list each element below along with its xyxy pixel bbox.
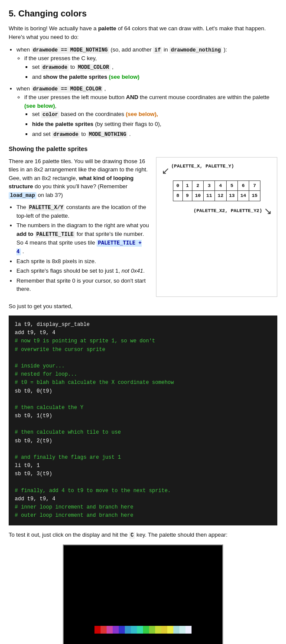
- two-column-section: There are 16 palette tiles. You will be …: [9, 157, 277, 297]
- table-cell: 11: [204, 191, 215, 201]
- code-line: # outer loop increment and branch here: [15, 512, 133, 518]
- table-cell: 0: [173, 180, 182, 191]
- code-line: # then calculate the Y: [15, 405, 83, 411]
- color-swatch: [149, 626, 155, 634]
- color-swatch: [137, 626, 143, 634]
- color-swatch: [113, 626, 119, 634]
- list-item: hide the palette sprites (by setting the…: [32, 120, 277, 129]
- palette-diagram: ↙ (PALETTE_X, PALETTE_Y) 0 1 2 3 4 5 6 7…: [162, 163, 272, 218]
- palette-top-label: (PALETTE_X, PALETTE_Y): [171, 163, 234, 170]
- code-line: # inside your...: [15, 363, 65, 369]
- code-line: # finally, add 4 to t9 to move to the ne…: [15, 488, 171, 494]
- palette-bottom-label: (PALETTE_X2, PALETTE_Y2): [194, 207, 262, 215]
- intro-paragraph: White is boring! We actually have a pale…: [9, 24, 277, 41]
- right-column-diagram: ↙ (PALETTE_X, PALETTE_Y) 0 1 2 3 4 5 6 7…: [156, 157, 277, 297]
- code-block: la t9, display_spr_table add t9, t9, 4 #…: [9, 316, 277, 525]
- list-item: Each sprite is 8x8 pixels in size.: [16, 257, 149, 266]
- list-item: set color based on the coordinates (see …: [32, 110, 277, 119]
- code-line: add t9, t9, 4: [15, 330, 55, 336]
- code-line: # then calculate which tile to use: [15, 429, 121, 435]
- palette-row-1: [94, 626, 192, 634]
- color-swatch: [155, 626, 161, 634]
- color-swatch: [119, 626, 125, 634]
- palette-bullet-list: The PALETTE_X/Y constants are the locati…: [16, 203, 149, 293]
- code-line: sb t0, 2(t9): [15, 438, 52, 444]
- code-line: # inner loop increment and branch here: [15, 504, 133, 510]
- table-cell: 12: [215, 191, 226, 201]
- table-cell: 13: [226, 191, 237, 201]
- code-line: la t9, display_spr_table: [15, 322, 90, 328]
- main-bullet-list: when drawmode == MODE_NOTHING (so, add a…: [16, 45, 277, 138]
- color-swatch: [143, 626, 149, 634]
- table-cell: 8: [173, 191, 182, 201]
- code-line: sb t0, 0(t9): [15, 388, 52, 394]
- list-item: and show the palette sprites (see below): [32, 73, 277, 81]
- code-line: sb t0, 1(t9): [15, 413, 52, 419]
- color-swatch: [101, 626, 107, 634]
- color-swatch: [167, 626, 173, 634]
- table-cell: 3: [204, 180, 215, 191]
- table-cell: 14: [237, 191, 249, 201]
- table-cell: 7: [249, 180, 260, 191]
- code-line: sb t0, 3(t9): [15, 471, 52, 477]
- display-preview-box: [63, 544, 223, 644]
- color-swatch: [131, 626, 137, 634]
- list-item: The PALETTE_X/Y constants are the locati…: [16, 203, 149, 220]
- table-cell: 1: [182, 180, 192, 191]
- section-para: There are 16 palette tiles. You will be …: [9, 157, 149, 200]
- test-instruction: To test it out, just click on the displa…: [9, 531, 277, 539]
- table-cell: 5: [226, 180, 237, 191]
- palette-table: 0 1 2 3 4 5 6 7 8 9 10 11 12 13 14: [173, 180, 260, 201]
- list-item: Remember that sprite 0 is your cursor, s…: [16, 277, 149, 293]
- list-item: Each sprite's flags should be set to jus…: [16, 267, 149, 275]
- table-cell: 2: [192, 180, 203, 191]
- code-line: # nested for loop...: [15, 371, 77, 377]
- code-line: # overwrite the cursor sprite: [15, 347, 105, 353]
- table-cell: 10: [192, 191, 203, 201]
- list-item: The numbers in the diagram to the right …: [16, 221, 149, 256]
- code-line: # now t9 is pointing at sprite 1, so we …: [15, 338, 155, 344]
- list-item: if the user presses the left mouse butto…: [24, 93, 277, 138]
- list-item: when drawmode == MODE_COLOR , if the use…: [16, 84, 277, 138]
- code-line: add t9, t9, 4: [15, 496, 55, 502]
- color-swatch: [185, 626, 192, 634]
- arrow-top-left-icon: ↙: [162, 164, 169, 178]
- arrow-bottom-right-icon: ↘: [264, 204, 272, 218]
- page-title: 5. Changing colors: [9, 7, 277, 20]
- table-cell: 15: [249, 191, 260, 201]
- code-line: li t0, 1: [15, 463, 40, 469]
- code-line: # and finally the flags are just 1: [15, 454, 121, 460]
- table-cell: 4: [215, 180, 226, 191]
- color-swatch: [161, 626, 167, 634]
- color-swatch: [107, 626, 113, 634]
- table-cell: 6: [237, 180, 249, 191]
- color-swatch: [94, 626, 101, 634]
- so-text: So just to get you started,: [9, 302, 277, 311]
- list-item: if the user presses the C key, set drawm…: [24, 54, 277, 81]
- list-item: when drawmode == MODE_NOTHING (so, add a…: [16, 45, 277, 81]
- list-item: and set drawmode to MODE_NOTHING .: [32, 130, 277, 138]
- color-swatch: [179, 626, 185, 634]
- list-item: set drawmode to MODE_COLOR ,: [32, 63, 277, 71]
- section-heading-palette: Showing the palette sprites: [9, 145, 277, 154]
- color-swatch: [125, 626, 131, 634]
- table-cell: 9: [182, 191, 192, 201]
- palette-color-strip: [94, 626, 192, 634]
- color-swatch: [173, 626, 179, 634]
- left-column: There are 16 palette tiles. You will be …: [9, 157, 149, 297]
- code-line: # t0 = blah blah calculate the X coordin…: [15, 380, 174, 386]
